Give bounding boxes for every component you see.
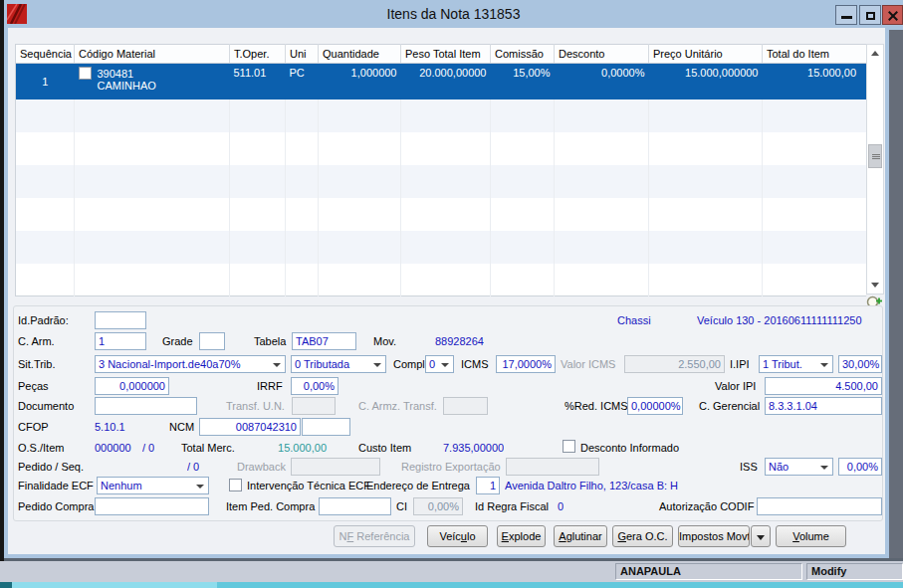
row-checkbox[interactable] (79, 67, 92, 80)
veiculo-button[interactable]: Veículo (427, 525, 488, 547)
chassi-label: Chassi (617, 314, 651, 326)
iss-pct-input[interactable]: 0,00% (838, 458, 882, 476)
transf-un-input (292, 397, 336, 415)
pedido-seq-label: Pedido / Seq. (18, 461, 84, 473)
irrf-input[interactable]: 0,00% (291, 377, 339, 395)
window-title: Itens da Nota 131853 (4, 0, 903, 28)
chassi-value: Veículo 130 - 20160611111111250 (697, 314, 882, 326)
table-empty-row (16, 132, 867, 165)
intervencao-ecf-label: Intervenção Técnica ECF (247, 480, 370, 491)
col-preco-unitario: Preço Unitário (649, 45, 763, 64)
row-seq: 1 (16, 64, 75, 99)
row-codigo: 390481 (98, 68, 134, 80)
iipi-pct-input[interactable]: 30,00% (838, 355, 882, 373)
endereco-entrega-address: Avenida Daltro Filho, 123/casa B: H (505, 480, 882, 491)
documento-input[interactable] (95, 397, 197, 415)
desconto-informado-checkbox[interactable] (563, 440, 575, 453)
ci-label: CI (396, 500, 407, 512)
grade-label: Grade (162, 335, 193, 347)
endereco-entrega-num-input[interactable]: 1 (476, 477, 500, 494)
custo-item-value: 7.935,00000 (443, 442, 504, 454)
compl-label: Compl (393, 358, 425, 370)
autorizacao-codif-input[interactable] (757, 497, 882, 515)
thumb-grip-icon (872, 154, 880, 159)
ci-input: 0,00% (413, 497, 463, 515)
impostos-movto-more-button[interactable] (751, 525, 771, 547)
row-desconto: 0,0000% (555, 64, 649, 99)
table-empty-row (16, 99, 867, 132)
tributacao-select[interactable]: 0 Tributada (291, 355, 386, 373)
pecas-input[interactable]: 0,000000 (95, 377, 169, 395)
valor-ipi-label: Valor IPI (715, 380, 756, 392)
sit-trib-select[interactable]: 3 Nacional-Import.de40a70% (95, 355, 286, 373)
chevron-down-icon (820, 466, 828, 470)
total-merc-value: 15.000,00 (267, 442, 327, 454)
c-armz-transf-label: C. Armz. Transf. (358, 400, 437, 412)
status-mode: Modify (806, 563, 903, 580)
iipi-label: I.IPI (730, 358, 750, 370)
icms-input[interactable]: 17,0000% (496, 355, 556, 373)
registro-exportacao-input (506, 458, 599, 476)
finalidade-ecf-select[interactable]: Nenhum (97, 477, 209, 494)
scroll-down-icon[interactable] (871, 283, 879, 288)
maximize-button[interactable] (859, 5, 881, 25)
explode-button[interactable]: Explode (497, 525, 546, 547)
compl-select[interactable]: 0 (425, 355, 454, 373)
dropdown-arrow-icon (757, 535, 765, 540)
intervencao-ecf-checkbox[interactable] (229, 479, 242, 491)
pedido-compra-input[interactable] (95, 497, 209, 515)
id-padrao-input[interactable] (95, 311, 146, 329)
close-button[interactable] (882, 5, 903, 25)
table-row[interactable]: 1 390481 CAMINHAO 511.01 PC 1,000000 20.… (16, 64, 867, 99)
c-armz-transf-input (443, 397, 488, 415)
impostos-movto-button[interactable]: Impostos Movto (678, 525, 750, 547)
maximize-icon (866, 12, 875, 20)
gera-oc-button[interactable]: Gera O.C. (612, 525, 673, 547)
grade-input[interactable] (199, 332, 225, 350)
chevron-down-icon (196, 485, 204, 489)
bottom-strip-light (12, 582, 217, 588)
col-uni: Uni (286, 45, 319, 64)
chevron-down-icon (273, 363, 281, 367)
table-empty-row (16, 198, 867, 231)
iss-label: ISS (740, 461, 758, 473)
row-comissao: 15,00% (491, 64, 555, 99)
red-icms-input[interactable]: 0,00000% (627, 397, 683, 415)
autorizacao-codif-label: Autorização CODIF (659, 500, 754, 512)
items-table: Sequência Código Material T.Oper. Uni Qu… (15, 44, 867, 296)
ncm-extra-input[interactable] (302, 418, 350, 436)
row-total-item: 15.000,00 (763, 64, 867, 99)
c-arm-input[interactable]: 1 (95, 332, 146, 350)
c-gerencial-input[interactable]: 8.3.3.1.04 (765, 397, 882, 415)
aglutinar-button[interactable]: Aglutinar (554, 525, 607, 547)
scroll-up-icon[interactable] (871, 51, 879, 56)
id-regra-fiscal-value: 0 (558, 500, 564, 512)
minimize-button[interactable] (835, 5, 857, 25)
col-quantidade: Quantidade (319, 45, 401, 64)
app-icon (7, 4, 27, 24)
table-empty-row (16, 165, 867, 198)
row-quantidade: 1,000000 (319, 64, 401, 99)
table-scrollbar[interactable] (866, 44, 884, 294)
volume-button[interactable]: Volume (776, 525, 846, 547)
mov-value: 88928264 (435, 335, 484, 347)
item-ped-compra-input[interactable] (319, 497, 391, 515)
tabela-input[interactable]: TAB07 (292, 332, 356, 350)
c-gerencial-label: C. Gerencial (699, 400, 760, 412)
ncm-input[interactable]: 0087042310 (199, 418, 301, 436)
row-toper: 511.01 (230, 64, 286, 99)
scrollbar-thumb[interactable] (868, 144, 882, 168)
registro-exportacao-label: Registro Exportação (401, 461, 501, 473)
pecas-label: Peças (18, 380, 49, 392)
tabela-label: Tabela (254, 335, 286, 347)
col-sequencia: Sequência (16, 45, 75, 64)
valor-ipi-input[interactable]: 4.500,00 (765, 377, 882, 395)
finalidade-ecf-label: Finalidade ECF (18, 480, 94, 491)
left-edge-strip (0, 0, 4, 561)
col-total-item: Total do Item (763, 45, 867, 64)
minimize-icon (841, 16, 852, 19)
iipi-select[interactable]: 1 Tribut. (759, 355, 833, 373)
red-icms-label: %Red. ICMS (564, 400, 628, 412)
cfop-label: CFOP (18, 421, 49, 433)
iss-select[interactable]: Não (765, 458, 833, 476)
